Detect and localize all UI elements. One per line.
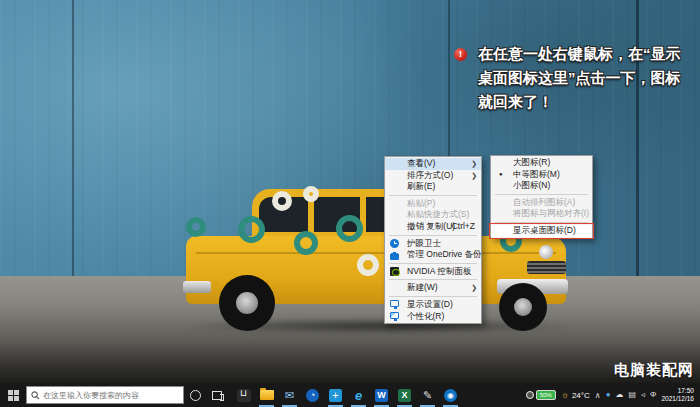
menu-item-label: 大图标(R) (513, 157, 550, 167)
excel-icon: X (398, 389, 411, 402)
submenu-item-auto-arrange: 自动排列图标(A) (491, 197, 592, 209)
menu-item-label: 将图标与网格对齐(I) (513, 208, 589, 218)
menu-item-label: 显示桌面图标(D) (513, 225, 576, 235)
menu-item-eye-guard[interactable]: 护眼卫士 (385, 238, 481, 250)
menu-item-nvidia-control-panel[interactable]: NVIDIA 控制面板 (385, 266, 481, 278)
eye-guard-icon (390, 239, 399, 248)
cortana-icon (190, 390, 201, 401)
ime-icon[interactable]: Φ (650, 391, 656, 399)
menu-item-undo-copy[interactable]: 撤销 复制(U) Ctrl+Z (385, 221, 481, 233)
paint-ring (303, 186, 319, 202)
onedrive-icon (390, 251, 399, 260)
taskbar-search[interactable] (26, 386, 184, 404)
store-icon: ⊔ (237, 389, 251, 402)
menu-separator (389, 195, 477, 196)
car-pillar (308, 197, 314, 232)
menu-item-label: 中等图标(M) (513, 169, 560, 179)
taskbar-app-blue[interactable]: ◉ (439, 383, 462, 407)
search-input[interactable] (43, 391, 179, 400)
network-icon[interactable]: ▤ (628, 391, 636, 399)
taskbar-app-wps[interactable]: ✎ (416, 383, 439, 407)
windows-logo-icon (8, 390, 19, 401)
menu-item-refresh[interactable]: 刷新(E) (385, 181, 481, 193)
car-rear-bumper (183, 281, 211, 293)
volume-icon[interactable]: ◃ (641, 391, 645, 399)
menu-item-label: 个性化(R) (407, 311, 444, 321)
task-view-button[interactable] (206, 383, 228, 407)
menu-item-paste-shortcut: 粘贴快捷方式(S) (385, 209, 481, 221)
tutorial-annotation: ! 在任意一处右键鼠标，在“显示 桌面图标这里”点击一下，图标 就回来了！ (452, 42, 692, 114)
desktop: ! 在任意一处右键鼠标，在“显示 桌面图标这里”点击一下，图标 就回来了！ 电脑… (0, 0, 700, 407)
menu-item-onedrive-backup[interactable]: 管理 OneDrive 备份 (385, 249, 481, 261)
menu-item-label: 新建(W) (407, 282, 438, 292)
menu-item-label: 粘贴(P) (407, 198, 435, 208)
submenu-item-medium-icons[interactable]: ● 中等图标(M) (491, 169, 592, 181)
file-explorer-icon (260, 390, 274, 400)
submenu-item-large-icons[interactable]: 大图标(R) (491, 157, 592, 169)
onedrive-tray-icon[interactable]: ☁ (615, 391, 623, 399)
bulb-icon (526, 391, 534, 399)
menu-item-label: NVIDIA 控制面板 (407, 266, 471, 276)
personalize-icon (390, 312, 399, 319)
hidden-icons-chevron[interactable]: ∧ (595, 391, 601, 400)
taskbar-app-alarms[interactable]: ◔ (301, 383, 324, 407)
taskbar-app-word[interactable]: W (370, 383, 393, 407)
menu-separator (389, 263, 477, 264)
car-front-hub (514, 298, 532, 316)
paint-ring (238, 216, 265, 243)
submenu-item-show-desktop-icons[interactable]: 显示桌面图标(D) (491, 225, 592, 237)
word-icon: W (375, 389, 388, 402)
taskbar-clock[interactable]: 17:50 2021/12/16 (661, 387, 696, 403)
submenu-arrow-icon: ❯ (471, 170, 477, 182)
site-watermark: 电脑装配网 (614, 361, 694, 380)
view-submenu: 大图标(R) ● 中等图标(M) 小图标(N) 自动排列图标(A) 将图标与网格… (490, 155, 593, 239)
paint-ring (357, 254, 379, 276)
tray-app-icon[interactable]: ● (606, 391, 611, 399)
taskbar-app-store[interactable]: ⊔ (232, 383, 255, 407)
menu-item-label: 小图标(N) (513, 180, 550, 190)
menu-item-label: 护眼卫士 (407, 238, 441, 248)
eye-protect-badge: 50% (536, 390, 556, 400)
time-label: 17:50 (661, 387, 694, 395)
submenu-arrow-icon: ❯ (471, 282, 477, 294)
display-settings-icon (390, 300, 399, 307)
clock-icon: ◔ (306, 389, 319, 402)
taskbar-app-photos[interactable]: + (324, 383, 347, 407)
submenu-item-align-to-grid: 将图标与网格对齐(I) (491, 208, 592, 220)
car-grille (527, 261, 566, 274)
taskbar-app-internet-explorer[interactable]: e (347, 383, 370, 407)
car-rear-hub (236, 292, 258, 314)
task-view-icon (212, 391, 222, 400)
weather-widget[interactable]: ☼ 24°C (561, 390, 590, 400)
paint-ring (186, 217, 206, 237)
menu-separator (389, 296, 477, 297)
start-button[interactable] (0, 383, 26, 407)
taskbar-app-file-explorer[interactable] (255, 383, 278, 407)
menu-item-display-settings[interactable]: 显示设置(D) (385, 299, 481, 311)
taskbar-app-excel[interactable]: X (393, 383, 416, 407)
menu-item-label: 查看(V) (407, 158, 435, 168)
cortana-button[interactable] (184, 383, 206, 407)
menu-item-sort-by[interactable]: 排序方式(O) ❯ (385, 170, 481, 182)
wall-crack (448, 0, 450, 160)
menu-item-label: 撤销 复制(U) (407, 221, 455, 231)
menu-separator (389, 235, 477, 236)
menu-item-paste: 粘贴(P) (385, 198, 481, 210)
menu-item-personalize[interactable]: 个性化(R) (385, 311, 481, 323)
weather-icon: ☼ (561, 390, 569, 400)
round-app-icon: ◉ (444, 389, 457, 402)
menu-item-label: 显示设置(D) (407, 299, 453, 309)
menu-item-new[interactable]: 新建(W) ❯ (385, 282, 481, 294)
taskbar-app-mail[interactable]: ✉ (278, 383, 301, 407)
eye-protect-widget[interactable]: 50% (526, 390, 556, 400)
mail-icon: ✉ (285, 390, 294, 401)
wall-crack (72, 0, 74, 290)
menu-item-label: 刷新(E) (407, 181, 435, 191)
paint-ring (272, 191, 292, 211)
taskbar-apps: ⊔ ✉ ◔ + e W X ✎ ◉ (232, 383, 462, 407)
car-beltline (196, 252, 556, 254)
submenu-item-small-icons[interactable]: 小图标(N) (491, 180, 592, 192)
menu-item-label: 排序方式(O) (407, 170, 453, 180)
menu-item-view[interactable]: 查看(V) ❯ (385, 158, 481, 170)
search-icon (31, 391, 40, 400)
